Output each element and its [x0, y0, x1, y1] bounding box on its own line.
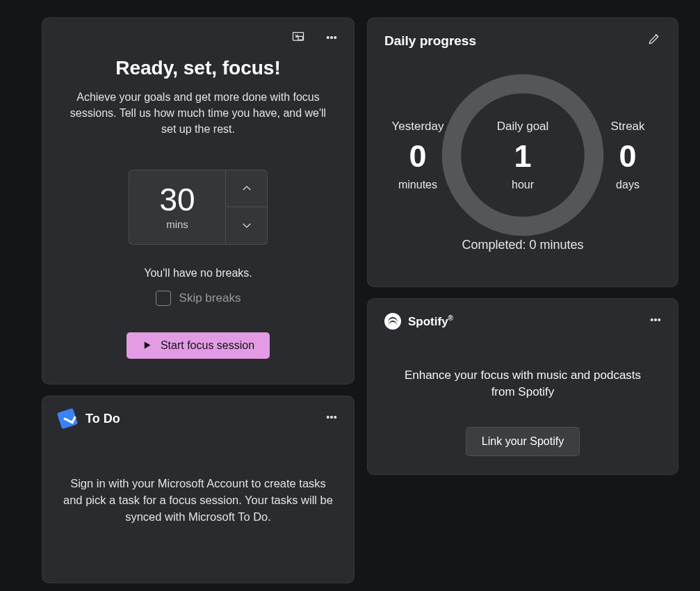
todo-message: Sign in with your Microsoft Account to c… [59, 476, 337, 526]
focus-subtitle: Achieve your goals and get more done wit… [69, 89, 327, 138]
svg-point-4 [334, 37, 336, 39]
daily-goal-metric: Daily goal 1 hour [436, 68, 610, 242]
progress-ring: Daily goal 1 hour [436, 68, 610, 242]
svg-point-11 [658, 319, 660, 321]
svg-point-2 [327, 37, 329, 39]
decrease-duration-button[interactable] [226, 207, 267, 244]
start-focus-label: Start focus session [161, 339, 254, 352]
todo-icon [57, 408, 78, 429]
duration-stepper: 30 mins [129, 170, 268, 245]
more-icon[interactable] [647, 311, 664, 328]
todo-title: To Do [86, 412, 120, 426]
spotify-card: Spotify® Enhance your focus with music a… [367, 298, 678, 475]
progress-title: Daily progress [384, 33, 661, 49]
skip-breaks-checkbox[interactable] [156, 291, 171, 306]
svg-point-6 [331, 416, 333, 419]
duration-value: 30 [159, 184, 195, 216]
svg-point-3 [331, 37, 333, 39]
todo-card: To Do Sign in with your Microsoft Accoun… [42, 396, 355, 583]
skip-breaks-label: Skip breaks [179, 291, 241, 305]
svg-point-9 [651, 319, 653, 321]
link-spotify-button[interactable]: Link your Spotify [466, 427, 580, 456]
more-icon[interactable] [323, 409, 340, 426]
focus-session-card: Ready, set, focus! Achieve your goals an… [42, 17, 355, 384]
daily-progress-card: Daily progress Daily goal 1 hour Yeste [367, 17, 678, 287]
duration-unit: mins [166, 218, 188, 230]
focus-title: Ready, set, focus! [62, 57, 334, 79]
spotify-name: Spotify® [408, 314, 453, 329]
goal-value: 1 [514, 140, 531, 172]
increase-duration-button[interactable] [226, 170, 267, 208]
duration-display: 30 mins [129, 170, 225, 244]
start-focus-button[interactable]: Start focus session [127, 332, 270, 359]
svg-point-7 [334, 416, 336, 419]
svg-rect-1 [298, 36, 303, 40]
spotify-message: Enhance your focus with music and podcas… [384, 367, 661, 400]
svg-point-10 [655, 319, 657, 321]
svg-point-5 [327, 416, 329, 419]
more-icon[interactable] [323, 29, 340, 46]
edit-icon[interactable] [646, 31, 662, 47]
goal-label: Daily goal [497, 120, 549, 133]
spotify-icon [384, 313, 401, 330]
pip-icon[interactable] [290, 29, 307, 46]
breaks-info: You'll have no breaks. [62, 267, 334, 280]
goal-unit: hour [512, 179, 534, 191]
